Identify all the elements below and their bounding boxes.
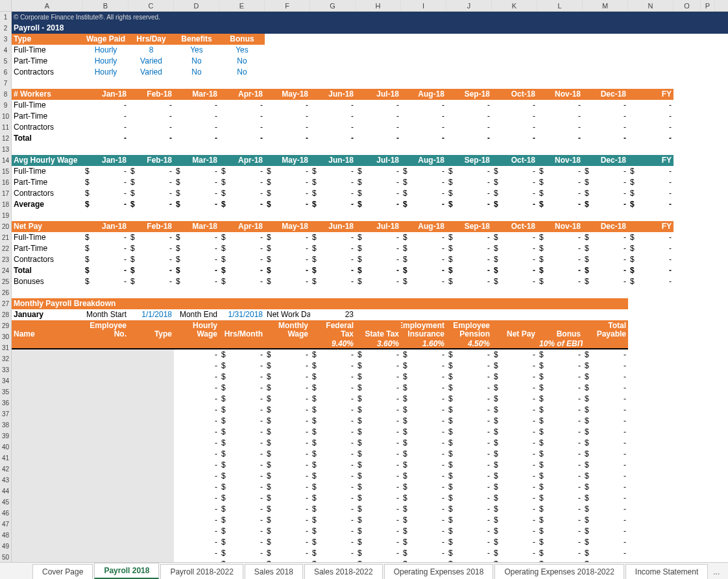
row-label[interactable]: Contractors (12, 122, 83, 133)
empno-cell[interactable] (83, 383, 128, 394)
row-header-43[interactable]: 43 (0, 475, 11, 486)
cell-value[interactable]: $- (310, 427, 356, 438)
cell-value[interactable]: $- (537, 449, 583, 460)
empty-cell[interactable] (446, 34, 492, 45)
month-header[interactable]: Jul-18 (356, 89, 401, 100)
cell-value[interactable]: $- (401, 460, 446, 471)
breakdown-header[interactable]: Total Payable (583, 320, 628, 338)
empty-cell[interactable] (673, 320, 701, 338)
month-header[interactable]: Dec-18 (583, 89, 628, 100)
empty-cell[interactable] (701, 221, 715, 232)
empty-cell[interactable] (628, 298, 673, 309)
cell-value[interactable]: - (174, 438, 219, 449)
cell-value[interactable]: $- (446, 166, 492, 177)
type-value[interactable]: 8 (128, 45, 174, 56)
type-value[interactable]: No (219, 56, 265, 67)
cell-value[interactable]: $- (219, 405, 265, 416)
cell-value[interactable]: $- (356, 504, 401, 515)
breakdown-subheader[interactable] (265, 338, 310, 349)
empno-cell[interactable] (83, 372, 128, 383)
row-header-8[interactable]: 8 (0, 89, 11, 100)
cell-value[interactable]: $- (83, 232, 128, 243)
cell-value[interactable]: - (174, 416, 219, 427)
cell-value[interactable]: - (356, 100, 401, 111)
cell-value[interactable]: $- (356, 394, 401, 405)
cell-value[interactable]: - (174, 100, 219, 111)
empty-cell[interactable] (628, 45, 673, 56)
empty-cell[interactable] (537, 78, 583, 89)
empty-cell[interactable] (310, 78, 356, 89)
cell-value[interactable]: $- (265, 548, 310, 559)
row-header-7[interactable]: 7 (0, 78, 11, 89)
empno-cell[interactable] (83, 360, 128, 372)
cell-value[interactable]: $- (537, 349, 583, 360)
cell-value[interactable]: $- (265, 394, 310, 405)
cell-value[interactable]: $- (356, 265, 401, 276)
cell-value[interactable]: $- (310, 405, 356, 416)
empty-cell[interactable] (673, 254, 701, 265)
month-header[interactable]: Feb-18 (128, 89, 174, 100)
cell-value[interactable]: $- (446, 232, 492, 243)
empty-cell[interactable] (673, 449, 701, 460)
select-all-corner[interactable] (0, 0, 12, 11)
cell-value[interactable]: $- (537, 460, 583, 471)
cell-value[interactable]: $- (446, 276, 492, 287)
cell-value[interactable]: $- (356, 383, 401, 394)
cell-value[interactable]: $- (265, 383, 310, 394)
row-header-10[interactable]: 10 (0, 111, 11, 122)
row-header-5[interactable]: 5 (0, 56, 11, 67)
cell-value[interactable]: $- (265, 493, 310, 504)
row-header-47[interactable]: 47 (0, 519, 11, 530)
cell-value[interactable]: - (174, 504, 219, 515)
cell-value[interactable]: - (174, 526, 219, 537)
empty-cell[interactable] (673, 427, 701, 438)
empty-cell[interactable] (628, 471, 673, 482)
empty-cell[interactable] (701, 298, 715, 309)
empty-cell[interactable] (701, 493, 715, 504)
cell-value[interactable]: - (537, 122, 583, 133)
cell-value[interactable]: $- (583, 188, 628, 199)
type-value[interactable]: Varied (128, 56, 174, 67)
empty-cell[interactable] (701, 78, 715, 89)
month-name[interactable]: January (12, 309, 83, 320)
empty-cell[interactable] (628, 548, 673, 559)
empno-cell[interactable] (83, 526, 128, 537)
cell-value[interactable]: $- (128, 188, 174, 199)
cell-value[interactable]: $- (492, 372, 537, 383)
row-label[interactable]: Total (12, 265, 83, 276)
empty-cell[interactable] (401, 34, 446, 45)
section-header[interactable]: # Workers (12, 89, 83, 100)
row-label[interactable]: Contractors (12, 188, 83, 199)
empty-cell[interactable] (673, 133, 701, 144)
cell-value[interactable]: $- (537, 515, 583, 526)
date-value[interactable]: 1/1/2018 (128, 309, 174, 320)
cell-value[interactable]: - (174, 111, 219, 122)
empty-cell[interactable] (701, 504, 715, 515)
empty-cell[interactable] (583, 34, 628, 45)
empno-cell[interactable] (83, 504, 128, 515)
empty-cell[interactable] (673, 460, 701, 471)
cell-value[interactable]: $- (401, 166, 446, 177)
cell-value[interactable]: - (356, 122, 401, 133)
row-header-49[interactable]: 49 (0, 541, 11, 552)
cell-value[interactable]: - (128, 133, 174, 144)
cell-value[interactable]: $- (83, 265, 128, 276)
type-cell[interactable] (128, 349, 174, 360)
breakdown-header[interactable]: Bonus (537, 320, 583, 338)
cell-value[interactable]: $- (583, 482, 628, 493)
cell-value[interactable]: $- (537, 177, 583, 188)
cell-value[interactable]: $- (492, 276, 537, 287)
cell-value[interactable]: $- (537, 438, 583, 449)
row-header-25[interactable]: 25 (0, 276, 11, 287)
empty-cell[interactable] (401, 210, 446, 221)
cell-value[interactable]: $- (310, 254, 356, 265)
empty-cell[interactable] (628, 537, 673, 548)
cell-value[interactable]: $- (219, 482, 265, 493)
cell-value[interactable]: - (174, 360, 219, 372)
cell-value[interactable]: - (401, 111, 446, 122)
name-cell[interactable] (12, 383, 83, 394)
cell-value[interactable]: $- (583, 526, 628, 537)
type-header[interactable]: Bonus (219, 34, 265, 45)
cell-value[interactable]: $- (356, 177, 401, 188)
empty-cell[interactable] (673, 100, 701, 111)
